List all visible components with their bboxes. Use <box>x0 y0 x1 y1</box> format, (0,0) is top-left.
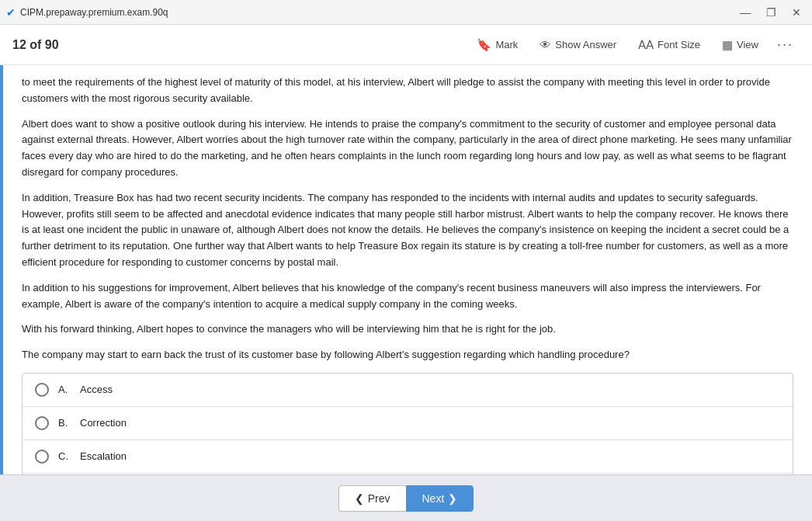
show-answer-button[interactable]: 👁 Show Answer <box>530 33 626 56</box>
option-c-label: C. Escalation <box>58 450 127 462</box>
paragraph-2: Albert does want to show a positive outl… <box>22 116 793 181</box>
radio-a[interactable] <box>35 383 49 397</box>
font-size-button[interactable]: 𝖠𝖠 Font Size <box>629 33 710 57</box>
maximize-button[interactable]: ❐ <box>762 5 781 20</box>
radio-b[interactable] <box>35 416 49 430</box>
option-a-text: Access <box>80 384 113 395</box>
prev-button[interactable]: ❮ Prev <box>338 485 406 512</box>
question-counter: 12 of 90 <box>12 38 59 52</box>
title-bar-controls: — ❐ ✕ <box>735 5 806 20</box>
option-c-letter: C. <box>58 450 74 462</box>
toolbar: 12 of 90 🔖 Mark 👁 Show Answer 𝖠𝖠 Font Si… <box>0 25 812 65</box>
eye-icon: 👁 <box>540 38 551 51</box>
options-container: A. Access B. Correction C. Escalation D.… <box>22 373 793 474</box>
footer: ❮ Prev Next ❯ <box>0 474 812 521</box>
mark-button[interactable]: 🔖 Mark <box>467 33 527 57</box>
show-answer-label: Show Answer <box>555 39 616 50</box>
question-text: The company may start to earn back the t… <box>22 347 793 363</box>
prev-label: Prev <box>368 492 390 505</box>
font-size-label: Font Size <box>658 39 700 50</box>
next-button[interactable]: Next ❯ <box>406 485 474 512</box>
title-bar: ✔ CIPM.prepaway.premium.exam.90q — ❐ ✕ <box>0 0 812 25</box>
view-button[interactable]: ▦ View <box>713 33 768 57</box>
option-b-text: Correction <box>80 417 127 429</box>
option-c[interactable]: C. Escalation <box>23 440 793 474</box>
option-a-label: A. Access <box>58 384 113 395</box>
close-button[interactable]: ✕ <box>787 5 806 20</box>
option-b-letter: B. <box>58 417 74 429</box>
bookmark-icon: 🔖 <box>477 38 491 52</box>
next-label: Next <box>422 492 445 505</box>
option-b[interactable]: B. Correction <box>23 407 793 440</box>
paragraph-3: In addition, Treasure Box has had two re… <box>22 190 793 271</box>
main-content: to meet the requirements of the highest … <box>0 65 812 474</box>
view-label: View <box>737 39 758 50</box>
app-title: CIPM.prepaway.premium.exam.90q <box>20 7 168 18</box>
option-b-label: B. Correction <box>58 417 127 429</box>
mark-label: Mark <box>495 39 518 50</box>
paragraph-1: to meet the requirements of the highest … <box>22 75 793 107</box>
font-icon: 𝖠𝖠 <box>638 38 654 52</box>
toolbar-actions: 🔖 Mark 👁 Show Answer 𝖠𝖠 Font Size ▦ View… <box>467 33 800 57</box>
chevron-left-icon: ❮ <box>355 492 364 505</box>
radio-c[interactable] <box>35 450 49 464</box>
option-a[interactable]: A. Access <box>23 373 793 407</box>
paragraph-4: In addition to his suggestions for impro… <box>22 280 793 313</box>
paragraph-5: With his forward thinking, Albert hopes … <box>22 321 793 338</box>
app-icon: ✔ <box>6 6 16 19</box>
view-icon: ▦ <box>722 38 733 52</box>
chevron-right-icon: ❯ <box>448 492 457 505</box>
option-c-text: Escalation <box>80 450 127 462</box>
title-bar-left: ✔ CIPM.prepaway.premium.exam.90q <box>6 6 168 19</box>
minimize-button[interactable]: — <box>735 5 755 20</box>
option-a-letter: A. <box>58 384 74 395</box>
more-button[interactable]: ··· <box>771 33 800 56</box>
